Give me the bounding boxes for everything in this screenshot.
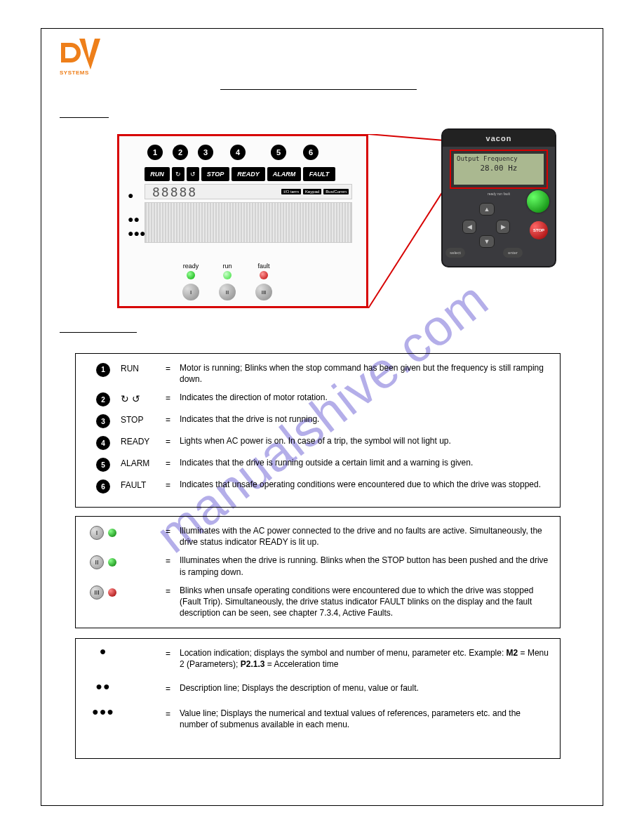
num-5-icon: 5 xyxy=(96,458,110,472)
lcd-status-bar: RUN ↻ ↺ STOP READY ALARM FAULT xyxy=(145,167,352,181)
nav-left-button[interactable]: ◀ xyxy=(462,220,476,234)
device-lcd-frame: Output Frequency 28.00 Hz xyxy=(450,150,548,189)
led-ready-icon xyxy=(187,271,195,279)
callout-5: 5 xyxy=(271,145,286,160)
desc-dots-1: Location indication; displays the symbol… xyxy=(180,647,550,670)
callout-numbers: 1 2 3 4 5 6 xyxy=(147,145,352,160)
device-lcd: Output Frequency 28.00 Hz xyxy=(454,154,544,185)
desc-fault: Indicates that unsafe operating conditio… xyxy=(180,479,550,494)
nav-down-button[interactable]: ▼ xyxy=(479,235,495,248)
eq: = xyxy=(166,435,180,450)
callout-6: 6 xyxy=(303,145,318,160)
label-run: RUN xyxy=(121,362,166,385)
eq: = xyxy=(166,708,180,730)
dv-logo-icon xyxy=(60,39,102,70)
tag-buscomm: Bus/Comm xyxy=(323,189,349,194)
line-description-table: ● = Location indication; displays the sy… xyxy=(75,638,561,759)
row-dots-3: ●●● = Value line; Displays the numerical… xyxy=(86,708,550,730)
green-led-icon xyxy=(108,558,116,567)
row-stop: 3 STOP = Indicates that the drive is not… xyxy=(86,413,550,428)
status-alarm: ALARM xyxy=(267,167,301,181)
label-ready: READY xyxy=(121,435,166,450)
roman-2: II xyxy=(219,284,236,300)
rotate-cw-icon: ↻ xyxy=(172,167,185,181)
num-4-icon: 4 xyxy=(96,436,110,450)
svg-line-0 xyxy=(368,134,452,141)
eq: = xyxy=(166,362,180,385)
keypad-device: vacon Output Frequency 28.00 Hz ready ru… xyxy=(441,128,556,267)
label-rotation: ↻ ↺ xyxy=(121,392,166,406)
keypad-zoom-figure: 1 2 3 4 5 6 RUN ↻ ↺ STOP READY ALARM xyxy=(117,134,368,308)
select-button[interactable]: select xyxy=(445,248,465,258)
led-run: run II xyxy=(219,263,236,300)
roman-ii-icon: II xyxy=(90,555,104,569)
desc-run: Motor is running; Blinks when the stop c… xyxy=(180,362,550,385)
status-run: RUN xyxy=(145,167,170,181)
eq: = xyxy=(166,585,180,619)
row-rotation: 2 ↻ ↺ = Indicates the direction of motor… xyxy=(86,392,550,406)
num-6-icon: 6 xyxy=(96,479,110,494)
line-marker-1: ● xyxy=(128,190,133,201)
desc-rotation: Indicates the direction of motor rotatio… xyxy=(180,392,550,406)
desc-stop: Indicates that the drive is not running. xyxy=(180,413,550,428)
row-dots-2: ●● = Description line; Displays the desc… xyxy=(86,682,550,694)
roman-i-icon: I xyxy=(90,526,104,540)
row-led-1: I = Illuminates with the AC power connec… xyxy=(86,525,550,548)
eq: = xyxy=(166,647,180,670)
eq: = xyxy=(166,457,180,472)
line-marker-2: ●● xyxy=(128,213,140,225)
device-brand: vacon xyxy=(443,130,555,147)
label-stop: STOP xyxy=(121,413,166,428)
num-3-icon: 3 xyxy=(96,414,110,428)
stop-button[interactable]: STOP xyxy=(530,221,548,239)
callout-3: 3 xyxy=(198,145,213,160)
line-marker-3: ●●● xyxy=(128,227,145,239)
callout-4: 4 xyxy=(230,145,246,160)
section-underline xyxy=(60,117,109,118)
desc-ready: Lights when AC power is on. In case of a… xyxy=(180,435,550,450)
nav-right-button[interactable]: ▶ xyxy=(496,220,510,234)
roman-1: I xyxy=(182,284,199,300)
device-lcd-line2: 28.00 Hz xyxy=(457,164,541,173)
start-button[interactable] xyxy=(527,190,549,213)
lcd-matrix-area xyxy=(145,202,352,243)
desc-dots-2: Description line; Displays the descripti… xyxy=(180,682,550,694)
three-dot-icon: ●●● xyxy=(86,708,121,730)
callout-lines xyxy=(368,134,452,308)
tag-keypad: Keypad xyxy=(303,189,321,194)
led-fault-icon xyxy=(260,271,268,279)
segment-display: 88888 xyxy=(152,185,197,199)
lcd-segment-line: 88888 I/O term Keypad Bus/Comm xyxy=(145,184,352,199)
logo: SYSTEMS xyxy=(60,39,112,76)
enter-button[interactable]: enter xyxy=(503,248,523,258)
eq: = xyxy=(166,392,180,406)
green-led-icon xyxy=(108,529,116,537)
eq: = xyxy=(166,479,180,494)
led-fault-label: fault xyxy=(257,263,269,270)
desc-led-3: Blinks when unsafe operating conditions … xyxy=(180,585,550,619)
eq: = xyxy=(166,682,180,694)
row-dots-1: ● = Location indication; displays the sy… xyxy=(86,647,550,670)
nav-pad: ▲ ▼ ◀ ▶ xyxy=(462,203,511,252)
led-run-icon xyxy=(223,271,232,279)
num-1-icon: 1 xyxy=(96,363,110,377)
status-stop: STOP xyxy=(201,167,229,181)
label-alarm: ALARM xyxy=(121,457,166,472)
row-run: 1 RUN = Motor is running; Blinks when th… xyxy=(86,362,550,385)
led-row: ready I run II fault III xyxy=(182,263,272,300)
one-dot-icon: ● xyxy=(86,647,121,670)
tag-ioterm: I/O term xyxy=(281,189,301,194)
desc-led-2: Illuminates when the drive is running. B… xyxy=(180,555,550,577)
callout-1: 1 xyxy=(147,145,163,160)
device-button-area: STOP ▲ ▼ ◀ ▶ select enter xyxy=(443,196,555,266)
led-ready-label: ready xyxy=(183,263,199,270)
eq: = xyxy=(166,413,180,428)
nav-up-button[interactable]: ▲ xyxy=(479,203,495,216)
num-2-icon: 2 xyxy=(96,392,110,406)
page-content: manualshive.com SYSTEMS 1 2 3 4 xyxy=(41,29,603,805)
led-ready: ready I xyxy=(182,263,199,300)
row-fault: 6 FAULT = Indicates that unsafe operatin… xyxy=(86,479,550,494)
page: manualshive.com SYSTEMS 1 2 3 4 xyxy=(0,0,644,834)
led-run-label: run xyxy=(222,263,232,270)
desc-alarm: Indicates that the drive is running outs… xyxy=(180,457,550,472)
